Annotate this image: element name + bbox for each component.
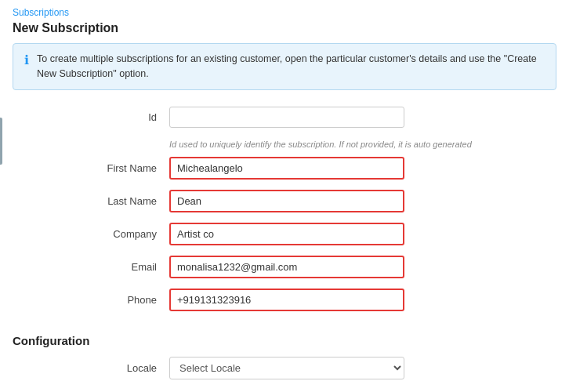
breadcrumb-area: Subscriptions <box>0 0 569 20</box>
company-row: Company <box>13 223 556 246</box>
company-input[interactable] <box>169 223 404 245</box>
company-label: Company <box>13 228 169 240</box>
page-title: New Subscription <box>0 20 569 43</box>
email-row: Email <box>13 256 556 279</box>
first-name-label: First Name <box>13 162 169 174</box>
id-row: Id <box>13 106 556 129</box>
id-label: Id <box>13 111 169 123</box>
locale-row: Locale Select Locale <box>13 357 556 380</box>
scroll-indicator <box>0 118 2 165</box>
locale-label: Locale <box>13 362 169 374</box>
email-input-wrap <box>169 256 404 278</box>
company-input-wrap <box>169 223 404 245</box>
locale-select-wrap: Select Locale <box>169 357 404 379</box>
last-name-input-wrap <box>169 190 404 212</box>
configuration-section-title: Configuration <box>0 321 569 357</box>
email-label: Email <box>13 261 169 273</box>
breadcrumb-parent-link[interactable]: Subscriptions <box>13 7 69 18</box>
last-name-row: Last Name <box>13 190 556 213</box>
last-name-label: Last Name <box>13 195 169 207</box>
subscription-form: Id Id used to uniquely identify the subs… <box>0 106 569 312</box>
info-banner: ℹ To create multiple subscriptions for a… <box>13 43 556 90</box>
phone-row: Phone <box>13 289 556 312</box>
first-name-input-wrap <box>169 157 404 180</box>
phone-input-wrap <box>169 289 404 311</box>
locale-select[interactable]: Select Locale <box>169 357 404 379</box>
configuration-form: Locale Select Locale This will be the la… <box>0 357 569 392</box>
phone-input[interactable] <box>169 289 404 311</box>
id-input[interactable] <box>169 107 404 128</box>
email-input[interactable] <box>169 256 404 278</box>
info-icon: ℹ <box>24 53 29 67</box>
info-banner-text: To create multiple subscriptions for an … <box>37 52 545 82</box>
id-input-wrap <box>169 107 404 128</box>
first-name-input[interactable] <box>169 157 404 180</box>
first-name-row: First Name <box>13 157 556 180</box>
phone-label: Phone <box>13 294 169 306</box>
last-name-input[interactable] <box>169 190 404 212</box>
id-hint: Id used to uniquely identify the subscri… <box>169 139 556 151</box>
